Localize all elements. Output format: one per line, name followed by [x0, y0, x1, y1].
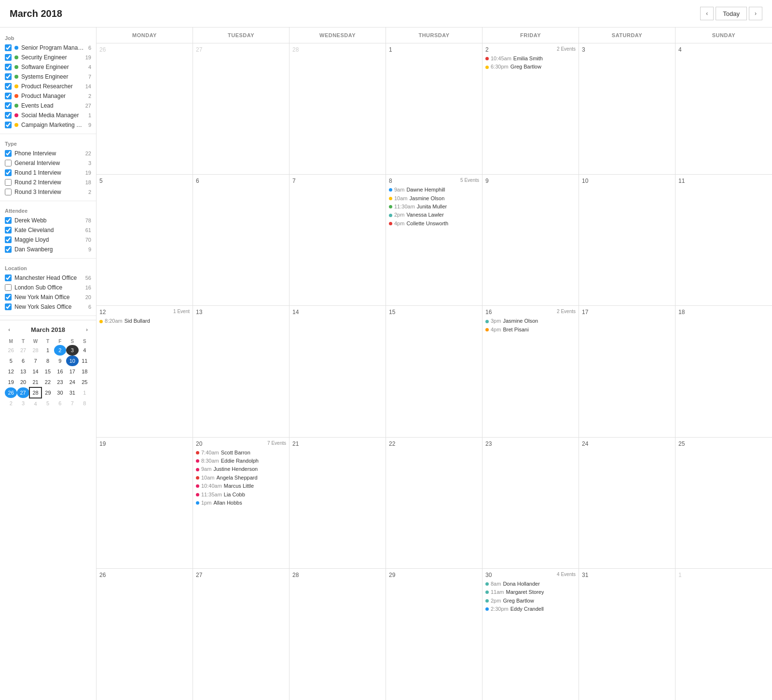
mini-cal-day[interactable]: 19	[5, 377, 17, 387]
mini-cal-day[interactable]: 16	[54, 366, 66, 377]
mini-cal-day[interactable]: 22	[41, 377, 54, 387]
cal-event[interactable]: 8:20amSid Bullard	[99, 317, 190, 325]
cal-event[interactable]: 11:30amJunita Muller	[389, 203, 479, 210]
checkbox-round-3-interview[interactable]	[5, 189, 12, 195]
checkbox-campaign-marketing-ma[interactable]	[5, 122, 12, 128]
cal-event[interactable]: 7:40amScott Barron	[196, 449, 286, 456]
sidebar-item-london-sub-office[interactable]: London Sub Office16	[0, 283, 96, 292]
sidebar-item-phone-interview[interactable]: Phone Interview22	[0, 149, 96, 158]
mini-cal-day[interactable]: 31	[66, 387, 78, 398]
mini-cal-day[interactable]: 14	[29, 366, 41, 377]
mini-cal-day[interactable]: 21	[29, 377, 41, 387]
mini-cal-day[interactable]: 27	[17, 345, 29, 356]
sidebar-item-general-interview[interactable]: General Interview3	[0, 158, 96, 168]
mini-cal-day[interactable]: 2	[54, 345, 66, 356]
mini-cal-prev[interactable]: ‹	[5, 325, 14, 334]
cal-event[interactable]: 1pmAllan Hobbs	[196, 499, 286, 507]
mini-cal-day[interactable]: 10	[66, 356, 78, 366]
mini-cal-day[interactable]: 12	[5, 366, 17, 377]
mini-cal-day[interactable]: 13	[17, 366, 29, 377]
checkbox-phone-interview[interactable]	[5, 150, 12, 157]
checkbox-general-interview[interactable]	[5, 160, 12, 166]
mini-cal-day[interactable]: 8	[79, 398, 91, 409]
checkbox-london-sub-office[interactable]	[5, 284, 12, 291]
mini-cal-day[interactable]: 28	[29, 387, 41, 398]
mini-cal-day[interactable]: 5	[5, 356, 17, 366]
cal-event[interactable]: 10:40amMarcus Little	[196, 482, 286, 490]
checkbox-systems-engineer[interactable]	[5, 73, 12, 80]
sidebar-item-new-york-sales-office[interactable]: New York Sales Office6	[0, 302, 96, 312]
mini-cal-day[interactable]: 8	[41, 356, 54, 366]
cal-event[interactable]: 10:45amEmilia Smith	[485, 55, 576, 62]
sidebar-item-derek-webb[interactable]: Derek Webb78	[0, 216, 96, 225]
mini-cal-day[interactable]: 1	[41, 345, 54, 356]
cal-event[interactable]: 11:35amLia Cobb	[196, 491, 286, 498]
cal-event[interactable]: 8amDona Hollander	[485, 580, 576, 588]
today-button[interactable]: Today	[716, 7, 747, 20]
sidebar-item-maggie-lloyd[interactable]: Maggie Lloyd70	[0, 235, 96, 245]
cal-event[interactable]: 9amJustine Henderson	[196, 466, 286, 473]
checkbox-dan-swanberg[interactable]	[5, 246, 12, 253]
mini-cal-next[interactable]: ›	[83, 325, 91, 334]
checkbox-maggie-lloyd[interactable]	[5, 236, 12, 243]
cal-event[interactable]: 2:30pmEddy Crandell	[485, 605, 576, 613]
mini-cal-day[interactable]: 3	[66, 345, 78, 356]
mini-cal-day[interactable]: 28	[29, 345, 41, 356]
checkbox-events-lead[interactable]	[5, 102, 12, 109]
sidebar-item-manchester-head-office[interactable]: Manchester Head Office56	[0, 273, 96, 283]
next-button[interactable]: ›	[749, 7, 762, 20]
sidebar-item-campaign-marketing-ma[interactable]: Campaign Marketing Ma...9	[0, 120, 96, 130]
mini-cal-day[interactable]: 23	[54, 377, 66, 387]
mini-cal-day[interactable]: 2	[5, 398, 17, 409]
mini-cal-day[interactable]: 25	[79, 377, 91, 387]
cal-event[interactable]: 10amAngela Sheppard	[196, 474, 286, 481]
sidebar-item-new-york-main-office[interactable]: New York Main Office20	[0, 292, 96, 302]
checkbox-kate-cleveland[interactable]	[5, 227, 12, 233]
mini-cal-day[interactable]: 6	[17, 356, 29, 366]
mini-cal-day[interactable]: 3	[17, 398, 29, 409]
mini-cal-day[interactable]: 15	[41, 366, 54, 377]
cal-event[interactable]: 11amMargaret Storey	[485, 589, 576, 596]
sidebar-item-software-engineer[interactable]: Software Engineer4	[0, 62, 96, 72]
sidebar-item-kate-cleveland[interactable]: Kate Cleveland61	[0, 225, 96, 235]
cal-event[interactable]: 4pmCollette Unsworth	[389, 220, 479, 227]
prev-button[interactable]: ‹	[700, 7, 714, 20]
mini-cal-day[interactable]: 5	[41, 398, 54, 409]
mini-cal-day[interactable]: 24	[66, 377, 78, 387]
mini-cal-day[interactable]: 30	[54, 387, 66, 398]
cal-event[interactable]: 9amDawne Hemphill	[389, 186, 479, 193]
mini-cal-day[interactable]: 17	[66, 366, 78, 377]
cal-event[interactable]: 2pmVanessa Lawler	[389, 211, 479, 219]
checkbox-security-engineer[interactable]	[5, 54, 12, 61]
mini-cal-day[interactable]: 4	[79, 345, 91, 356]
cal-event[interactable]: 10amJasmine Olson	[389, 195, 479, 202]
checkbox-senior-program-manager[interactable]	[5, 44, 12, 51]
mini-cal-day[interactable]: 18	[79, 366, 91, 377]
checkbox-software-engineer[interactable]	[5, 64, 12, 70]
checkbox-manchester-head-office[interactable]	[5, 275, 12, 281]
checkbox-product-researcher[interactable]	[5, 83, 12, 90]
sidebar-item-round-2-interview[interactable]: Round 2 Interview18	[0, 178, 96, 187]
checkbox-product-manager[interactable]	[5, 93, 12, 99]
cal-event[interactable]: 4pmBret Pisani	[485, 326, 576, 333]
sidebar-item-senior-program-manager[interactable]: Senior Program Manage...6	[0, 43, 96, 53]
cal-event[interactable]: 6:30pmGreg Bartlow	[485, 63, 576, 70]
sidebar-item-product-manager[interactable]: Product Manager2	[0, 91, 96, 101]
sidebar-item-systems-engineer[interactable]: Systems Engineer7	[0, 72, 96, 82]
sidebar-item-product-researcher[interactable]: Product Researcher14	[0, 82, 96, 91]
mini-cal-day[interactable]: 9	[54, 356, 66, 366]
mini-cal-day[interactable]: 26	[5, 345, 17, 356]
mini-cal-day[interactable]: 26	[5, 387, 17, 398]
sidebar-item-dan-swanberg[interactable]: Dan Swanberg9	[0, 245, 96, 254]
sidebar-item-security-engineer[interactable]: Security Engineer19	[0, 53, 96, 62]
mini-cal-day[interactable]: 11	[79, 356, 91, 366]
mini-cal-day[interactable]: 29	[41, 387, 54, 398]
checkbox-new-york-sales-office[interactable]	[5, 303, 12, 310]
mini-cal-day[interactable]: 4	[29, 398, 41, 409]
cal-event[interactable]: 8:30amEddie Randolph	[196, 457, 286, 465]
mini-cal-day[interactable]: 7	[29, 356, 41, 366]
sidebar-item-round-3-interview[interactable]: Round 3 Interview2	[0, 187, 96, 197]
mini-cal-day[interactable]: 6	[54, 398, 66, 409]
mini-cal-day[interactable]: 7	[66, 398, 78, 409]
mini-cal-day[interactable]: 1	[79, 387, 91, 398]
